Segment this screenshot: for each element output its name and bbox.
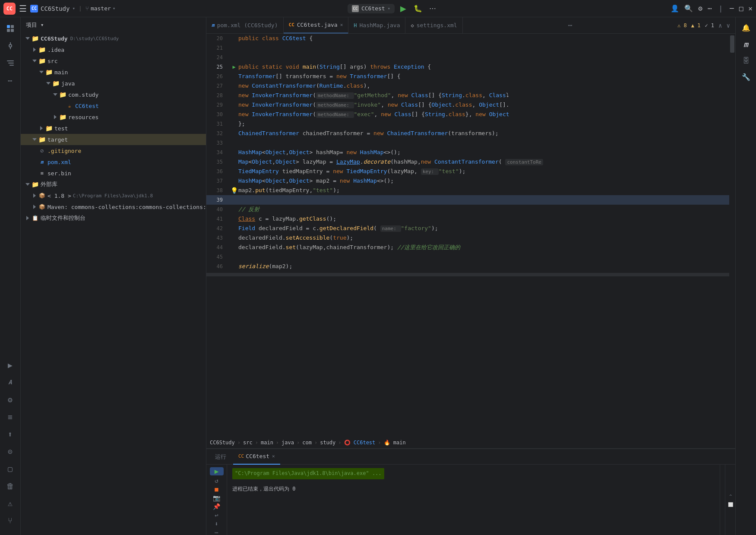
code-editor[interactable]: 20 public class CC6test { 21 24 — [206, 34, 729, 437]
bottom-tab-close[interactable]: ✕ — [272, 453, 275, 459]
bc-src[interactable]: src — [243, 440, 253, 446]
tree-item-test[interactable]: 📁 test — [21, 123, 206, 134]
tree-item-target[interactable]: 📁 target — [21, 134, 206, 145]
tab-more-button[interactable]: ⋯ — [563, 21, 578, 29]
label-java: java — [61, 80, 75, 87]
more-btn[interactable]: ⋯ — [708, 4, 712, 13]
right-db-icon[interactable]: 🗄 — [739, 54, 753, 67]
collapse-icon[interactable]: ∨ — [727, 22, 730, 29]
tree-item-cc6test[interactable]: ☕ CC6test — [21, 100, 206, 111]
bc-main[interactable]: main — [261, 440, 273, 446]
font-icon[interactable]: A — [3, 374, 18, 390]
tab-settings[interactable]: ◇ settings.xml — [405, 17, 462, 34]
commit-icon[interactable] — [3, 38, 18, 54]
trash-icon[interactable]: 🗑 — [3, 478, 18, 494]
folder-icon-target: 📁 — [38, 136, 46, 143]
label-test: test — [54, 125, 68, 132]
expand-icon[interactable]: ∧ — [718, 22, 722, 29]
notification-icon[interactable]: 🔔 — [739, 21, 753, 35]
horizontal-scrollbar[interactable] — [206, 273, 729, 276]
info-count1: ▲ 1 — [691, 22, 701, 28]
code-35: Map<Object,Object> lazyMap = LazyMap.dec… — [238, 157, 543, 167]
bottom-wrap-btn[interactable]: ↩ — [210, 512, 224, 519]
bottom-more-btn[interactable]: ⋯ — [210, 529, 224, 535]
settings-btn[interactable]: ⚙ — [698, 4, 702, 13]
tree-item-src[interactable]: 📁 src — [21, 55, 206, 66]
bottom-snap-btn[interactable]: 📷 — [210, 494, 224, 501]
profile-button[interactable]: ⋯ — [427, 3, 439, 15]
tree-item-cc6study[interactable]: 📁 CC6Study D:\study\CC6Study — [21, 33, 206, 44]
tree-item-jdk[interactable]: 📦 < 1.8 > C:\Program Files\Java\jdk1.8 — [21, 190, 206, 201]
run-config[interactable]: CC CC6test ▾ — [348, 4, 395, 13]
tree-item-main[interactable]: 📁 main — [21, 66, 206, 78]
more-tools-icon[interactable]: ⋯ — [3, 73, 18, 88]
bc-java[interactable]: java — [282, 440, 294, 446]
bottom-stop-btn[interactable]: ■ — [210, 486, 224, 493]
maximize-btn[interactable]: □ — [739, 4, 743, 13]
run-config-icon: CC — [352, 5, 359, 12]
structure-icon[interactable] — [3, 55, 18, 71]
tree-item-comstudy[interactable]: 📁 com.study — [21, 89, 206, 100]
bottom-pin-btn[interactable]: 📌 — [210, 503, 224, 510]
label-main: main — [54, 69, 68, 76]
tab-pom[interactable]: m pom.xml (CC6Study) — [206, 17, 284, 34]
ln-38: 38 — [210, 186, 230, 195]
gutter-45 — [230, 252, 238, 262]
tree-item-scratch[interactable]: 📋 临时文件和控制台 — [21, 212, 206, 224]
list-icon[interactable]: ≡ — [3, 409, 18, 424]
profile-btn[interactable]: 👤 — [671, 4, 679, 13]
run-icon-left[interactable]: ▶ — [3, 357, 18, 373]
bc-cc6test[interactable]: ⭕ CC6test — [344, 440, 376, 446]
sidebar-header[interactable]: 项目 ▾ — [21, 17, 206, 33]
bottom-rerun-btn[interactable]: ↺ — [210, 477, 224, 484]
gutter-25: ▶ — [230, 62, 238, 72]
tab-hashmap[interactable]: H HashMap.java — [348, 17, 405, 34]
tree-item-java[interactable]: 📁 java — [21, 78, 206, 89]
close-btn[interactable]: ✕ — [748, 4, 753, 13]
tab-close-cc6test[interactable]: ✕ — [340, 22, 343, 28]
sidebar-project-icon[interactable] — [3, 21, 18, 36]
tree-item-maven[interactable]: 📦 Maven: commons-collections:commons-col… — [21, 201, 206, 212]
tree-item-serbin[interactable]: ≡ ser.bin — [21, 168, 206, 179]
bottom-run-btn[interactable]: ▶ — [210, 467, 224, 475]
bottom-tab-run[interactable]: 运行 — [210, 449, 231, 465]
play-circle-icon[interactable]: ⊙ — [3, 443, 18, 459]
gear-icon-left[interactable]: ⚙ — [3, 392, 18, 407]
vcs-selector[interactable]: ⑂ master ▾ — [85, 5, 116, 12]
run-button[interactable]: ▶ — [397, 3, 409, 15]
bc-project[interactable]: CC6Study — [210, 440, 235, 446]
bottom-tab-cc6test[interactable]: CC CC6test ✕ — [233, 449, 280, 465]
debug-button[interactable]: 🐛 — [412, 3, 424, 15]
code-line-38: 38 💡 map2.put(tiedMapEntry,"test"); — [206, 186, 729, 195]
ln-21: 21 — [210, 43, 230, 53]
tree-item-external[interactable]: 📁 外部库 — [21, 179, 206, 190]
branch-icon-left[interactable]: ⑂ — [3, 513, 18, 528]
tree-item-pomxml[interactable]: m pom.xml — [21, 156, 206, 168]
warning-count: ⚠ 8 — [677, 22, 687, 28]
project-selector[interactable]: CC CC6Study ▾ — [30, 5, 75, 13]
right-m-icon[interactable]: m — [739, 37, 753, 51]
tree-item-gitignore[interactable]: ⊘ .gitignore — [21, 145, 206, 156]
gutter-21 — [230, 43, 238, 53]
hamburger-menu[interactable]: ☰ — [19, 3, 27, 14]
code-34: HashMap<Object,Object> hashMap= new Hash… — [238, 148, 401, 157]
alert-icon[interactable]: ⚠ — [3, 495, 18, 511]
bc-study[interactable]: study — [320, 440, 335, 446]
console-command-line: "C:\Program Files\Java\jdk1.8\bin\java.e… — [232, 468, 384, 479]
right-gradle-icon[interactable]: 🔧 — [739, 70, 753, 84]
tab-cc6test[interactable]: CC CC6test.java ✕ — [284, 17, 349, 34]
label-maven: Maven: commons-collections:commons-colle… — [47, 204, 206, 210]
tree-item-idea[interactable]: 📁 .idea — [21, 44, 206, 55]
label-target: target — [47, 136, 68, 143]
right-scroll-track[interactable] — [729, 34, 735, 437]
minimize-btn[interactable]: ─ — [730, 4, 734, 13]
monitor-icon[interactable]: ▢ — [3, 461, 18, 476]
bottom-right-scroll[interactable] — [720, 465, 725, 535]
collapse-btn[interactable]: › — [727, 494, 733, 497]
upload-icon[interactable]: ⬆ — [3, 426, 18, 442]
bc-main-fn[interactable]: 🔥 main — [384, 440, 406, 446]
search-btn[interactable]: 🔍 — [684, 4, 693, 13]
tree-item-resources[interactable]: 📁 resources — [21, 111, 206, 123]
bc-com[interactable]: com — [302, 440, 312, 446]
bottom-scroll-end-btn[interactable]: ⬇ — [210, 520, 224, 527]
